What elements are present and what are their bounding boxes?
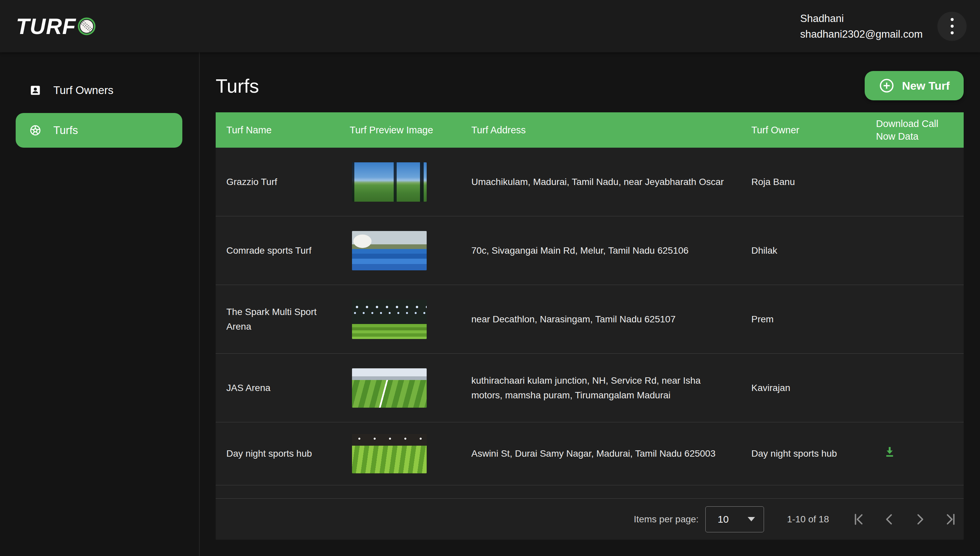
col-header-preview-image: Turf Preview Image [339, 124, 461, 136]
download-call-data-button[interactable] [883, 444, 897, 459]
table-body: Grazzio Turf Umachikulam, Madurai, Tamil… [216, 148, 964, 485]
first-page-icon [851, 512, 866, 527]
logo-text: TURF [16, 14, 76, 39]
sidebar-item-label: Turfs [53, 124, 78, 137]
page-head: Turfs New Turf [216, 71, 964, 101]
table-row: The Spark Multi Sport Arena near Decathl… [216, 285, 964, 354]
turf-name-cell: JAS Arena [216, 381, 339, 395]
turf-name-cell: Day night sports hub [216, 446, 339, 461]
soccer-ball-icon [29, 124, 41, 136]
content-shell: Turf Owners Turfs Turfs [0, 52, 980, 556]
last-page-icon [943, 512, 958, 527]
turf-owner-cell: Prem [741, 312, 865, 326]
sidebar-item-turfs[interactable]: Turfs [16, 113, 182, 148]
user-info: Shadhani shadhani2302@gmail.com [800, 11, 923, 42]
turf-preview-image [352, 369, 427, 408]
page-range-label: 1-10 of 18 [787, 514, 829, 525]
turf-owner-cell: Day night sports hub [741, 446, 865, 461]
turf-preview-image [352, 300, 427, 339]
download-icon [883, 444, 897, 459]
main-content: Turfs New Turf Turf Name Turf Preview Im… [200, 52, 980, 556]
account-box-icon [29, 84, 41, 96]
paginator-nav [851, 512, 958, 527]
turf-address-cell: near Decathlon, Narasingam, Tamil Nadu 6… [461, 312, 741, 326]
page-title: Turfs [216, 75, 259, 97]
next-page-button[interactable] [912, 512, 928, 527]
table-footer-strip [216, 485, 964, 499]
add-circle-icon [879, 78, 894, 94]
turf-preview-image [352, 231, 427, 270]
app-logo: TURF [16, 14, 97, 39]
col-header-download-call-now-data: Download Call Now Data [865, 117, 963, 143]
turf-address-cell: kuthirachaari kulam junction, NH, Servic… [461, 373, 741, 402]
user-email: shadhani2302@gmail.com [800, 26, 923, 42]
turf-preview-cell [339, 434, 461, 474]
col-header-turf-name: Turf Name [216, 124, 339, 136]
items-per-page-value: 10 [718, 514, 729, 525]
paginator: Items per page: 10 1-10 of 18 [216, 499, 964, 540]
more-vert-icon [951, 18, 954, 21]
turf-name-cell: The Spark Multi Sport Arena [216, 305, 339, 334]
col-header-turf-owner: Turf Owner [741, 124, 865, 136]
turfs-table: Turf Name Turf Preview Image Turf Addres… [216, 112, 964, 540]
turf-owner-cell: Kavirajan [741, 381, 865, 395]
first-page-button[interactable] [851, 512, 866, 527]
turf-preview-image [352, 434, 427, 474]
turf-owner-cell: Dhilak [741, 243, 865, 258]
turf-address-cell: Aswini St, Durai Samy Nagar, Madurai, Ta… [461, 446, 741, 461]
sidebar-item-turf-owners[interactable]: Turf Owners [16, 73, 182, 108]
turf-name-cell: Comrade sports Turf [216, 243, 339, 258]
chevron-right-icon [912, 512, 928, 527]
new-turf-label: New Turf [902, 79, 950, 92]
user-name: Shadhani [800, 11, 923, 26]
topbar-right: Shadhani shadhani2302@gmail.com [800, 11, 967, 42]
table-row: JAS Arena kuthirachaari kulam junction, … [216, 354, 964, 422]
chevron-down-icon [748, 517, 755, 521]
col-header-turf-address: Turf Address [461, 124, 741, 136]
items-per-page-label: Items per page: [634, 514, 699, 525]
turf-preview-image [352, 162, 427, 202]
table-row: Day night sports hub Aswini St, Durai Sa… [216, 422, 964, 485]
sidebar-item-label: Turf Owners [53, 84, 113, 97]
previous-page-button[interactable] [882, 512, 897, 527]
turf-preview-cell [339, 369, 461, 408]
chevron-left-icon [882, 512, 897, 527]
last-page-button[interactable] [943, 512, 958, 527]
table-row: Comrade sports Turf 70c, Sivagangai Main… [216, 217, 964, 285]
sidebar: Turf Owners Turfs [0, 52, 200, 556]
turf-preview-cell [339, 162, 461, 202]
turf-preview-cell [339, 231, 461, 270]
topbar: TURF Shadhani shadhani2302@gmail.com [0, 0, 980, 52]
turf-owner-cell: Roja Banu [741, 175, 865, 189]
table-header: Turf Name Turf Preview Image Turf Addres… [216, 112, 964, 148]
table-row: Grazzio Turf Umachikulam, Madurai, Tamil… [216, 148, 964, 217]
download-cell [865, 444, 963, 463]
items-per-page-select[interactable]: 10 [706, 506, 764, 532]
turf-name-cell: Grazzio Turf [216, 175, 339, 189]
turf-address-cell: 70c, Sivagangai Main Rd, Melur, Tamil Na… [461, 243, 741, 258]
turf-preview-cell [339, 300, 461, 339]
cricket-ball-icon [77, 16, 97, 36]
new-turf-button[interactable]: New Turf [865, 71, 964, 100]
user-menu-button[interactable] [937, 12, 967, 41]
turf-address-cell: Umachikulam, Madurai, Tamil Nadu, near J… [461, 175, 741, 189]
